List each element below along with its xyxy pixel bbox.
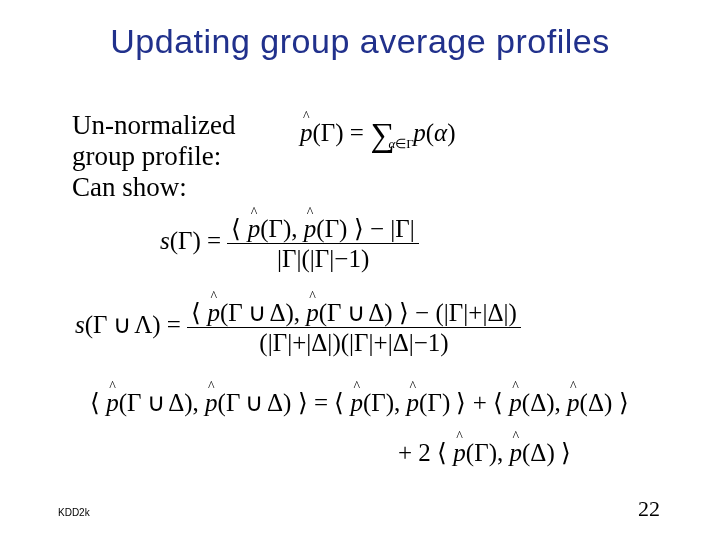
intro-line2: group profile: — [72, 141, 221, 171]
equation-inner-product-line1: ⟨ ^p(Γ ∪ Δ), ^p(Γ ∪ Δ) ⟩ = ⟨ ^p(Γ), ^p(Γ… — [90, 390, 629, 415]
intro-line1: Un-normalized — [72, 110, 235, 140]
equation-phat-def: ^p(Γ) = ∑ α∈Γ p(α) — [300, 118, 456, 152]
equation-s-gamma: s(Γ) = ⟨ ^p(Γ), ^p(Γ) ⟩ − |Γ| |Γ|(|Γ|−1) — [160, 216, 419, 271]
sigma-icon: ∑ α∈Γ — [370, 118, 394, 152]
footer-left: KDD2k — [58, 507, 90, 518]
slide: Updating group average profiles Un-norma… — [0, 0, 720, 540]
equation-inner-product-line2: + 2 ⟨ ^p(Γ), ^p(Δ) ⟩ — [398, 440, 571, 465]
equation-s-union: s(Γ ∪ Λ) = ⟨ ^p(Γ ∪ Δ), ^p(Γ ∪ Δ) ⟩ − (|… — [75, 300, 521, 355]
slide-title: Updating group average profiles — [0, 22, 720, 61]
intro-text: Un-normalized group profile: Can show: — [72, 110, 235, 203]
intro-line3: Can show: — [72, 172, 187, 202]
slide-number: 22 — [638, 496, 660, 522]
